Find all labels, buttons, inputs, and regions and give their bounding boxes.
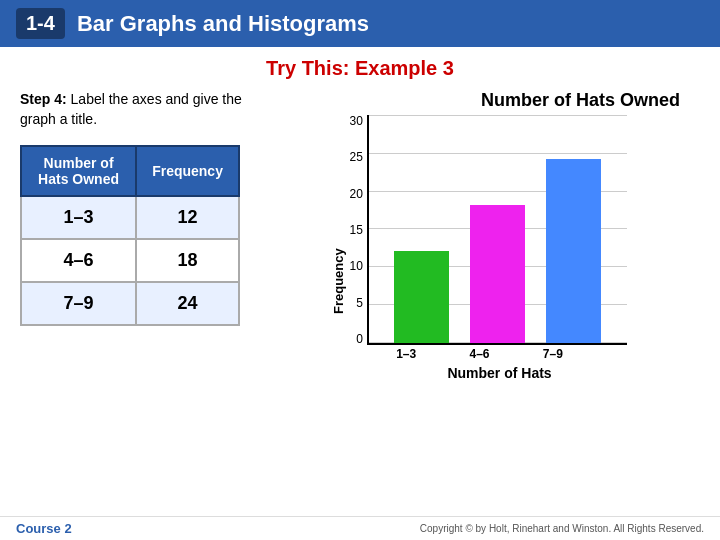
table-cell-freq: 12 bbox=[136, 196, 239, 239]
footer-copyright: Copyright © by Holt, Rinehart and Winsto… bbox=[420, 523, 704, 534]
table-cell-freq: 18 bbox=[136, 239, 239, 282]
y-tick: 15 bbox=[350, 224, 363, 236]
left-panel: Step 4: Label the axes and give the grap… bbox=[20, 90, 260, 326]
bar-group bbox=[541, 115, 607, 343]
footer: Course 2 Copyright © by Holt, Rinehart a… bbox=[0, 516, 720, 540]
y-tick: 20 bbox=[350, 188, 363, 200]
header-badge: 1-4 bbox=[16, 8, 65, 39]
x-label: 4–6 bbox=[443, 347, 516, 361]
bar bbox=[470, 205, 525, 343]
x-label: 7–9 bbox=[516, 347, 589, 361]
x-axis-labels: 1–34–67–9 bbox=[350, 347, 610, 361]
bars-row bbox=[369, 115, 627, 343]
chart-title: Number of Hats Owned bbox=[481, 90, 680, 111]
y-axis: 051015202530 bbox=[350, 115, 363, 345]
step-label: Step 4: bbox=[20, 91, 67, 107]
table-row: 7–9 24 bbox=[21, 282, 239, 325]
y-axis-label: Frequency bbox=[331, 181, 346, 381]
col1-header: Number ofHats Owned bbox=[21, 146, 136, 196]
chart-area: Frequency 051015202530 bbox=[331, 115, 650, 381]
header: 1-4 Bar Graphs and Histograms bbox=[0, 0, 720, 47]
chart-container: Number of Hats Owned Frequency 051015202… bbox=[280, 90, 700, 381]
bar bbox=[546, 159, 601, 343]
table-cell-freq: 24 bbox=[136, 282, 239, 325]
section-title: Try This: Example 3 bbox=[20, 57, 700, 80]
section-prefix: Try This: bbox=[266, 57, 349, 79]
y-tick: 0 bbox=[356, 333, 363, 345]
table-row: 1–3 12 bbox=[21, 196, 239, 239]
table-cell-range: 7–9 bbox=[21, 282, 136, 325]
header-title: Bar Graphs and Histograms bbox=[77, 11, 369, 37]
col2-header: Frequency bbox=[136, 146, 239, 196]
y-tick: 25 bbox=[350, 151, 363, 163]
y-tick: 10 bbox=[350, 260, 363, 272]
y-tick: 5 bbox=[356, 297, 363, 309]
bars-area bbox=[367, 115, 627, 345]
footer-course: Course 2 bbox=[16, 521, 72, 536]
section-name: Example 3 bbox=[349, 57, 454, 79]
bar bbox=[394, 251, 449, 343]
chart-body: 051015202530 1–34–67–9 bbox=[350, 115, 650, 381]
x-axis-title: Number of Hats bbox=[350, 365, 650, 381]
table-row: 4–6 18 bbox=[21, 239, 239, 282]
bars-with-yaxis: 051015202530 bbox=[350, 115, 627, 345]
bar-group bbox=[465, 115, 531, 343]
x-label: 1–3 bbox=[370, 347, 443, 361]
content-row: Step 4: Label the axes and give the grap… bbox=[20, 90, 700, 381]
bar-group bbox=[389, 115, 455, 343]
table-cell-range: 4–6 bbox=[21, 239, 136, 282]
y-tick: 30 bbox=[350, 115, 363, 127]
main-content: Try This: Example 3 Step 4: Label the ax… bbox=[0, 47, 720, 391]
table-cell-range: 1–3 bbox=[21, 196, 136, 239]
data-table: Number ofHats Owned Frequency 1–3 12 4–6… bbox=[20, 145, 240, 326]
step-text: Step 4: Label the axes and give the grap… bbox=[20, 90, 260, 129]
